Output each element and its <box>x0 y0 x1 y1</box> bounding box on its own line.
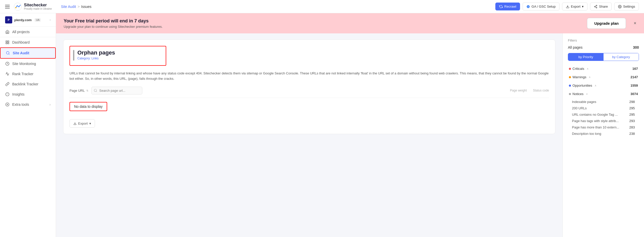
sidebar-label-insights: Insights <box>12 92 24 96</box>
sidebar-label-backlink-tracker: Backlink Tracker <box>12 82 38 86</box>
issue-panel: Orphan pages Category: Links ? How-to fi… <box>56 33 563 237</box>
sub-filter-count-0: 298 <box>629 100 635 104</box>
logo-icon <box>14 3 22 11</box>
recrawl-button[interactable]: Recrawl <box>495 3 520 10</box>
export-icon <box>566 5 569 8</box>
svg-line-8 <box>595 7 596 7</box>
sidebar-item-site-monitoring[interactable]: Site Monitoring <box>0 59 56 69</box>
svg-point-6 <box>594 6 595 7</box>
sidebar-item-all-projects[interactable]: All projects <box>0 27 56 37</box>
export-row: Export ▾ <box>69 119 549 128</box>
filter-tabs: by Priority by Category <box>568 53 639 61</box>
site-info[interactable]: P plerdy.com UA › <box>0 13 56 27</box>
sidebar-item-extra-tools[interactable]: Extra tools › <box>0 99 56 110</box>
notices-caret: ∨ <box>586 93 588 95</box>
filter-criticals[interactable]: Criticals ∧ 167 <box>568 65 639 72</box>
table-col-right: Page weight Status code <box>510 89 549 92</box>
warning-dot <box>569 76 571 78</box>
issue-header-box: Orphan pages Category: Links <box>69 46 166 66</box>
top-nav: Sitechecker Proudly made in Ukraine Site… <box>0 0 644 13</box>
logo: Sitechecker Proudly made in Ukraine <box>14 3 52 11</box>
notices-count: 3074 <box>631 92 638 96</box>
sidebar-item-insights[interactable]: Insights <box>0 89 56 99</box>
site-chevron: › <box>50 18 51 22</box>
notices-label: Notices <box>572 92 583 96</box>
content-area: Orphan pages Category: Links ? How-to fi… <box>56 33 644 237</box>
sub-filter-label-0: Indexable pages <box>572 100 596 104</box>
ga-gsc-button[interactable]: G GA / GSC Setup <box>523 3 559 10</box>
filter-group-notices: Notices ∨ 3074 <box>568 90 639 98</box>
search-url-input[interactable] <box>91 87 142 95</box>
table-export-label: Export <box>78 122 88 125</box>
sidebar-item-rank-tracker[interactable]: Rank Tracker <box>0 69 56 79</box>
sub-filter-style-attrib[interactable]: Page has tags with style attrib... 293 <box>568 118 639 124</box>
upgrade-plan-button[interactable]: Upgrade plan <box>587 18 626 29</box>
issue-severity-indicator <box>73 50 74 61</box>
breadcrumb-current: Issues <box>81 5 91 9</box>
sidebar-item-dashboard[interactable]: Dashboard <box>0 37 56 47</box>
trial-text: Your Free trial period will end in 7 day… <box>64 18 582 29</box>
filter-sub-items: Indexable pages 298 200 URLs 295 URL con… <box>568 99 639 137</box>
extra-tools-chevron: › <box>49 102 51 107</box>
tab-by-category[interactable]: by Category <box>604 53 639 61</box>
filter-group-warnings: Warnings ∧ 2147 <box>568 73 639 81</box>
filters-title: Filters <box>568 38 639 42</box>
sub-filter-google-tag[interactable]: URL contains no Google Tag ... 295 <box>568 111 639 118</box>
sub-filter-external[interactable]: Page has more than 10 extern... 283 <box>568 124 639 130</box>
sidebar-label-site-audit: Site Audit <box>13 51 29 55</box>
tab-by-priority[interactable]: by Priority <box>568 53 604 61</box>
app-tagline: Proudly made in Ukraine <box>24 7 52 10</box>
share-button[interactable]: Share <box>590 3 612 10</box>
notice-dot <box>569 93 571 95</box>
table-export-button[interactable]: Export ▾ <box>69 119 95 128</box>
sub-filter-count-3: 293 <box>629 119 635 123</box>
svg-text:G: G <box>528 6 529 7</box>
site-badge: UA <box>35 18 41 22</box>
opportunities-count: 1559 <box>631 84 638 87</box>
status-code-label: Status code <box>533 89 549 92</box>
issue-category: Category: Links <box>77 57 115 60</box>
sub-filter-desc-long[interactable]: Description too long 238 <box>568 130 639 137</box>
ga-icon: G <box>526 5 530 8</box>
issue-card: Orphan pages Category: Links ? How-to fi… <box>63 40 555 134</box>
filter-warnings[interactable]: Warnings ∧ 2147 <box>568 73 639 81</box>
filter-opportunities[interactable]: Opportunities ∧ 1559 <box>568 82 639 89</box>
opportunities-label: Opportunities <box>572 84 592 87</box>
breadcrumb-sep: > <box>78 5 80 9</box>
sub-filter-label-4: Page has more than 10 extern... <box>572 125 619 129</box>
sub-filter-indexable[interactable]: Indexable pages 298 <box>568 99 639 105</box>
svg-point-10 <box>619 6 620 7</box>
sidebar-label-rank-tracker: Rank Tracker <box>12 72 33 76</box>
opportunities-caret: ∧ <box>595 84 596 87</box>
banner-close-button[interactable]: × <box>634 21 636 26</box>
share-icon <box>594 5 597 8</box>
sub-filter-label-1: 200 URLs <box>572 106 587 110</box>
settings-icon <box>618 5 622 8</box>
rank-tracker-icon <box>5 72 10 76</box>
filter-group-opportunities: Opportunities ∧ 1559 <box>568 82 639 89</box>
issue-description: URLs that cannot be found by internal li… <box>69 71 549 82</box>
trial-subtitle: Upgrade your plan to continue using Site… <box>64 25 582 29</box>
breadcrumb: Site Audit > Issues <box>61 5 92 9</box>
filters-all-pages[interactable]: All pages 300 <box>568 45 639 49</box>
svg-point-5 <box>596 5 597 6</box>
filter-notices[interactable]: Notices ∨ 3074 <box>568 90 639 98</box>
export-button[interactable]: Export ▾ <box>562 3 588 10</box>
sub-filter-200urls[interactable]: 200 URLs 295 <box>568 105 639 111</box>
svg-line-16 <box>9 54 9 55</box>
hamburger-button[interactable] <box>5 5 10 8</box>
svg-rect-14 <box>8 43 9 44</box>
sidebar-item-site-audit[interactable]: Site Audit <box>0 47 56 59</box>
page-weight-label: Page weight <box>510 89 527 92</box>
main-layout: P plerdy.com UA › All projects Dashboard… <box>0 13 644 237</box>
settings-button[interactable]: Settings <box>614 3 639 10</box>
site-favicon: P <box>5 16 12 23</box>
breadcrumb-parent[interactable]: Site Audit <box>61 5 76 9</box>
svg-point-0 <box>14 3 22 10</box>
sidebar-item-backlink-tracker[interactable]: Backlink Tracker <box>0 79 56 89</box>
svg-rect-12 <box>8 41 9 42</box>
issue-title: Orphan pages <box>77 49 115 56</box>
sidebar-label-extra-tools: Extra tools <box>12 102 29 107</box>
monitor-icon <box>5 61 10 66</box>
sub-filter-label-2: URL contains no Google Tag ... <box>572 113 618 116</box>
